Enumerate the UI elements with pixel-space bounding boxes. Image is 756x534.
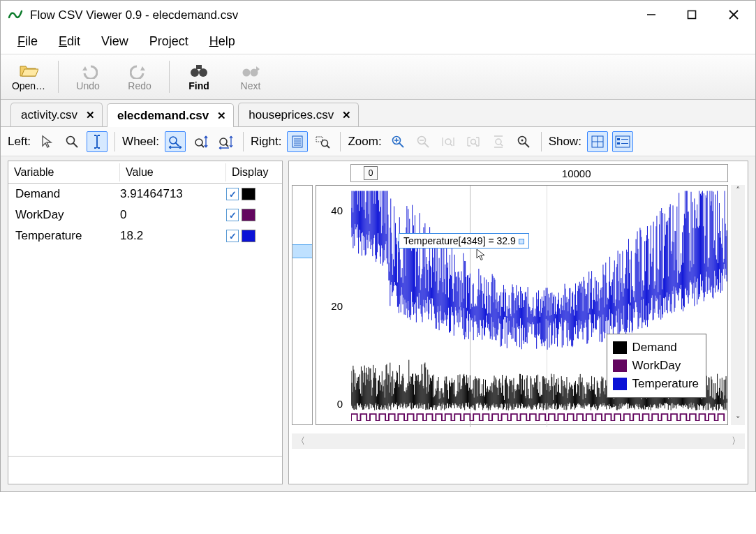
- close-icon[interactable]: ✕: [217, 110, 226, 122]
- left-text-cursor-button[interactable]: [87, 131, 108, 152]
- y-ruler-cursor[interactable]: [292, 244, 312, 258]
- y-tick-label: 20: [322, 300, 343, 312]
- svg-line-35: [475, 143, 477, 145]
- svg-point-9: [67, 136, 75, 144]
- left-label: Left:: [8, 135, 31, 149]
- zoom-fit-sel-button[interactable]: [463, 131, 484, 152]
- svg-line-33: [450, 144, 452, 146]
- legend-item[interactable]: Temperature: [613, 375, 699, 393]
- redo-icon: [130, 62, 149, 80]
- zoom-out-button[interactable]: [413, 131, 433, 152]
- close-icon[interactable]: ✕: [342, 109, 351, 121]
- minimize-button[interactable]: [631, 1, 672, 29]
- toolbar-separator: [58, 61, 59, 93]
- ruler-start-knob[interactable]: 0: [364, 166, 378, 180]
- col-variable[interactable]: Variable: [8, 163, 120, 181]
- menu-view[interactable]: View: [101, 34, 128, 49]
- color-swatch[interactable]: [242, 188, 255, 200]
- redo-button[interactable]: Redo: [116, 57, 163, 97]
- variable-row[interactable]: Demand 3.91464713: [8, 184, 282, 205]
- zoom-reset-button[interactable]: [513, 131, 534, 152]
- variable-value: 18.2: [120, 229, 226, 243]
- display-checkbox[interactable]: [226, 209, 239, 221]
- x-ruler[interactable]: 0 10000: [350, 164, 728, 182]
- cursor-icon: [475, 249, 488, 261]
- maximize-button[interactable]: [672, 1, 712, 29]
- scroll-up-icon[interactable]: ˄: [736, 185, 741, 195]
- wheel-label: Wheel:: [122, 135, 159, 149]
- next-button[interactable]: Next: [227, 57, 274, 97]
- svg-rect-44: [616, 136, 630, 147]
- color-swatch[interactable]: [242, 209, 255, 221]
- left-pointer-button[interactable]: [36, 131, 57, 152]
- legend-item[interactable]: Demand: [613, 339, 699, 357]
- open-button[interactable]: Open…: [5, 57, 52, 97]
- y-tick-label: 40: [322, 205, 343, 216]
- tab-elecdemand[interactable]: elecdemand.csv ✕: [107, 103, 234, 127]
- variable-row[interactable]: Temperature 18.2: [8, 225, 282, 246]
- svg-line-30: [424, 143, 429, 147]
- variable-value: 0: [120, 208, 226, 222]
- col-display[interactable]: Display: [226, 163, 282, 181]
- tab-activity[interactable]: activity.csv ✕: [10, 103, 103, 126]
- col-value[interactable]: Value: [120, 163, 226, 181]
- variable-name: Demand: [8, 187, 120, 201]
- menu-help[interactable]: Help: [209, 34, 235, 49]
- tab-label: elecdemand.csv: [117, 109, 209, 123]
- wheel-zoom-xy-button[interactable]: [215, 131, 236, 152]
- svg-point-32: [445, 139, 451, 144]
- svg-rect-47: [617, 142, 620, 144]
- plot-area[interactable]: 40 20 0 Temperature[4349] = 32.9: [316, 185, 728, 425]
- legend-swatch: [613, 378, 627, 390]
- find-button[interactable]: Find: [175, 57, 223, 97]
- show-grid-button[interactable]: [587, 131, 608, 152]
- vertical-scrollbar[interactable]: ˄ ˅: [731, 185, 745, 425]
- close-button[interactable]: [712, 1, 755, 29]
- zoom-label: Zoom:: [348, 135, 381, 149]
- svg-point-7: [243, 69, 251, 77]
- right-zoom-button[interactable]: [312, 131, 333, 152]
- scroll-left-icon[interactable]: 〈: [296, 435, 305, 447]
- menu-edit[interactable]: Edit: [59, 34, 80, 49]
- close-icon[interactable]: ✕: [86, 109, 95, 121]
- tab-label: houseprices.csv: [249, 108, 334, 122]
- menubar: File Edit View Project Help: [1, 29, 755, 54]
- legend-item[interactable]: WorkDay: [613, 357, 699, 375]
- find-label: Find: [188, 80, 209, 91]
- display-checkbox[interactable]: [226, 188, 239, 200]
- menu-file[interactable]: File: [17, 34, 38, 49]
- wheel-zoom-x-button[interactable]: [165, 131, 186, 152]
- horizontal-scrollbar[interactable]: 〈 〉: [292, 433, 745, 449]
- mouse-mode-toolbar: Left: Wheel: Right: Zoom: Show:: [1, 127, 755, 156]
- svg-line-26: [399, 143, 403, 147]
- scroll-down-icon[interactable]: ˅: [736, 415, 741, 425]
- app-window: Flow CSV Viewer 0.9 - elecdemand.csv Fil…: [0, 0, 756, 492]
- svg-rect-45: [617, 138, 620, 140]
- y-ruler[interactable]: [292, 185, 313, 425]
- variable-row[interactable]: WorkDay 0: [8, 205, 282, 225]
- color-swatch[interactable]: [242, 230, 255, 242]
- open-label: Open…: [12, 80, 45, 91]
- wheel-zoom-y-button[interactable]: [190, 131, 211, 152]
- variable-value: 3.91464713: [120, 187, 226, 201]
- show-label: Show:: [549, 135, 581, 149]
- svg-line-39: [525, 143, 529, 147]
- zoom-in-button[interactable]: [387, 131, 408, 152]
- menu-project[interactable]: Project: [149, 34, 188, 49]
- tooltip-handle-icon: [519, 239, 524, 244]
- main-toolbar: Open… Undo Redo Find Next: [1, 54, 755, 100]
- tab-houseprices[interactable]: houseprices.csv ✕: [238, 103, 359, 126]
- y-tick-label: 0: [322, 398, 343, 410]
- svg-line-12: [175, 142, 179, 146]
- show-legend-button[interactable]: [612, 131, 633, 152]
- left-zoom-button[interactable]: [61, 131, 82, 152]
- svg-line-14: [201, 144, 204, 147]
- variables-header: Variable Value Display: [8, 161, 282, 184]
- right-menu-button[interactable]: [287, 131, 308, 152]
- zoom-fit-x-button[interactable]: [438, 131, 459, 152]
- display-checkbox[interactable]: [226, 230, 239, 242]
- zoom-fit-y-button[interactable]: [488, 131, 509, 152]
- undo-button[interactable]: Undo: [64, 57, 112, 97]
- chart-legend[interactable]: Demand WorkDay Temperature: [607, 334, 706, 398]
- scroll-right-icon[interactable]: 〉: [732, 435, 741, 447]
